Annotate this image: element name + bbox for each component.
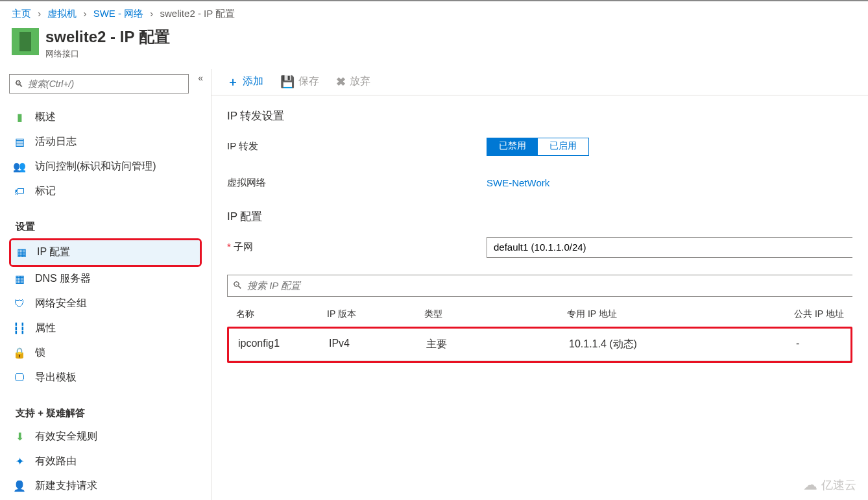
- sidebar-item-label: 有效路由: [35, 455, 77, 468]
- sidebar-item-new-support[interactable]: 👤 新建支持请求: [9, 474, 202, 499]
- page-title: swelite2 - IP 配置: [45, 28, 170, 47]
- col-public-ip: 公共 IP 地址: [794, 308, 852, 320]
- col-type: 类型: [424, 308, 567, 320]
- sidebar-item-tags[interactable]: 🏷 标记: [9, 179, 202, 204]
- col-version: IP 版本: [327, 308, 424, 320]
- cell-private-ip: 10.1.1.4 (动态): [569, 338, 796, 351]
- sidebar-item-properties[interactable]: ┇┇ 属性: [9, 316, 202, 341]
- access-control-icon: 👥: [13, 160, 26, 173]
- sidebar-search: 🔍︎: [9, 74, 189, 94]
- sidebar-item-locks[interactable]: 🔒 锁: [9, 341, 202, 366]
- sidebar-item-label: DNS 服务器: [35, 272, 91, 286]
- breadcrumb-network[interactable]: SWE - 网络: [93, 8, 144, 19]
- cell-public-ip: -: [796, 338, 850, 351]
- sidebar-item-nsg[interactable]: 🛡 网络安全组: [9, 292, 202, 316]
- discard-icon: ✖: [336, 75, 346, 89]
- add-button[interactable]: ＋ 添加: [227, 74, 263, 90]
- sidebar-item-ip-config[interactable]: ▦ IP 配置: [11, 240, 200, 265]
- cell-name: ipconfig1: [238, 338, 329, 351]
- section-title: IP 配置: [227, 209, 852, 224]
- sidebar-section-settings: 设置: [16, 221, 202, 233]
- main-panel: ＋ 添加 💾 保存 ✖ 放弃 IP 转发设置 IP 转发 已禁用 已启用: [211, 69, 868, 500]
- toolbar: ＋ 添加 💾 保存 ✖ 放弃: [211, 69, 868, 95]
- sidebar-item-access-control[interactable]: 👥 访问控制(标识和访问管理): [9, 155, 202, 179]
- discard-button: ✖ 放弃: [336, 75, 370, 89]
- subnet-label: *子网: [227, 241, 487, 253]
- sidebar-item-label: 访问控制(标识和访问管理): [35, 160, 156, 173]
- plus-icon: ＋: [227, 74, 239, 90]
- vnet-link[interactable]: SWE-NetWork: [487, 177, 549, 188]
- add-label: 添加: [243, 75, 263, 88]
- section-title: IP 转发设置: [227, 108, 852, 123]
- watermark-text: 亿速云: [821, 477, 856, 493]
- ip-forwarding-toggle[interactable]: 已禁用 已启用: [487, 138, 589, 156]
- cell-version: IPv4: [329, 338, 426, 351]
- sidebar-item-dns[interactable]: ▦ DNS 服务器: [9, 267, 202, 292]
- collapse-sidebar-icon[interactable]: «: [198, 73, 203, 83]
- sidebar-item-effective-routes[interactable]: ✦ 有效路由: [9, 449, 202, 474]
- discard-label: 放弃: [350, 75, 370, 88]
- subnet-select[interactable]: [487, 237, 852, 258]
- overview-icon: ▮: [13, 111, 26, 124]
- effective-rules-icon: ⬇: [13, 431, 26, 444]
- ip-forwarding-section: IP 转发设置 IP 转发 已禁用 已启用 虚拟网络 SWE-NetWork: [211, 95, 868, 196]
- tag-icon: 🏷: [13, 185, 26, 198]
- col-name: 名称: [236, 308, 327, 320]
- chevron-right-icon: ›: [84, 8, 87, 19]
- table-header: 名称 IP 版本 类型 专用 IP 地址 公共 IP 地址: [211, 302, 868, 327]
- sidebar-item-label: 概述: [35, 110, 56, 124]
- sidebar: « 🔍︎ ▮ 概述 ▤ 活动日志 👥 访问控制(标识和访问管理) 🏷 标记 设置…: [0, 69, 211, 500]
- effective-routes-icon: ✦: [13, 455, 26, 468]
- sidebar-item-overview[interactable]: ▮ 概述: [9, 105, 202, 130]
- ip-config-search: 🔍︎: [227, 275, 852, 297]
- activity-log-icon: ▤: [13, 136, 26, 149]
- search-icon: 🔍︎: [232, 280, 243, 292]
- cloud-icon: ☁: [803, 477, 817, 494]
- ip-config-search-input[interactable]: [227, 275, 852, 297]
- vnet-label: 虚拟网络: [227, 177, 487, 189]
- sidebar-item-label: 活动日志: [35, 135, 77, 149]
- sidebar-item-activity-log[interactable]: ▤ 活动日志: [9, 130, 202, 155]
- save-label: 保存: [298, 75, 319, 88]
- sidebar-item-label: 导出模板: [35, 371, 77, 384]
- breadcrumb: 主页 › 虚拟机 › SWE - 网络 › swelite2 - IP 配置: [0, 0, 868, 24]
- sidebar-item-label: 新建支持请求: [35, 479, 97, 493]
- save-button: 💾 保存: [280, 75, 319, 89]
- ip-config-icon: ▦: [15, 246, 28, 259]
- breadcrumb-home[interactable]: 主页: [12, 8, 31, 19]
- dns-icon: ▦: [13, 273, 26, 286]
- cell-type: 主要: [426, 338, 569, 351]
- resource-type-label: 网络接口: [45, 48, 170, 60]
- breadcrumb-vm[interactable]: 虚拟机: [47, 8, 77, 19]
- sidebar-search-input[interactable]: [9, 74, 189, 94]
- ip-config-table: 名称 IP 版本 类型 专用 IP 地址 公共 IP 地址 ipconfig1 …: [211, 302, 868, 363]
- sidebar-item-label: 标记: [35, 184, 56, 198]
- search-icon: 🔍︎: [14, 79, 23, 89]
- page-header: swelite2 - IP 配置 网络接口: [0, 24, 868, 69]
- chevron-right-icon: ›: [150, 8, 153, 19]
- col-private-ip: 专用 IP 地址: [567, 308, 794, 320]
- watermark: ☁ 亿速云: [803, 477, 856, 494]
- nsg-icon: 🛡: [13, 297, 26, 310]
- sidebar-item-label: IP 配置: [37, 245, 70, 259]
- sidebar-item-export-template[interactable]: 🖵 导出模板: [9, 366, 202, 390]
- ip-forwarding-label: IP 转发: [227, 140, 487, 153]
- export-template-icon: 🖵: [13, 371, 26, 384]
- sidebar-item-label: 属性: [35, 321, 56, 335]
- sidebar-section-support: 支持 + 疑难解答: [16, 407, 202, 419]
- sidebar-item-label: 锁: [35, 346, 45, 360]
- sidebar-item-label: 有效安全规则: [35, 430, 97, 444]
- toggle-enabled[interactable]: 已启用: [538, 138, 588, 155]
- table-row[interactable]: ipconfig1 IPv4 主要 10.1.1.4 (动态) -: [229, 329, 850, 361]
- new-support-icon: 👤: [13, 480, 26, 493]
- breadcrumb-current: swelite2 - IP 配置: [160, 8, 235, 19]
- save-icon: 💾: [280, 75, 295, 89]
- chevron-right-icon: ›: [38, 8, 41, 19]
- lock-icon: 🔒: [13, 347, 26, 360]
- sidebar-item-label: 网络安全组: [35, 297, 87, 310]
- toggle-disabled[interactable]: 已禁用: [487, 138, 538, 155]
- nic-resource-icon: [12, 28, 39, 55]
- sidebar-item-effective-rules[interactable]: ⬇ 有效安全规则: [9, 425, 202, 449]
- properties-icon: ┇┇: [13, 322, 26, 335]
- ip-config-section: IP 配置 *子网: [211, 196, 868, 260]
